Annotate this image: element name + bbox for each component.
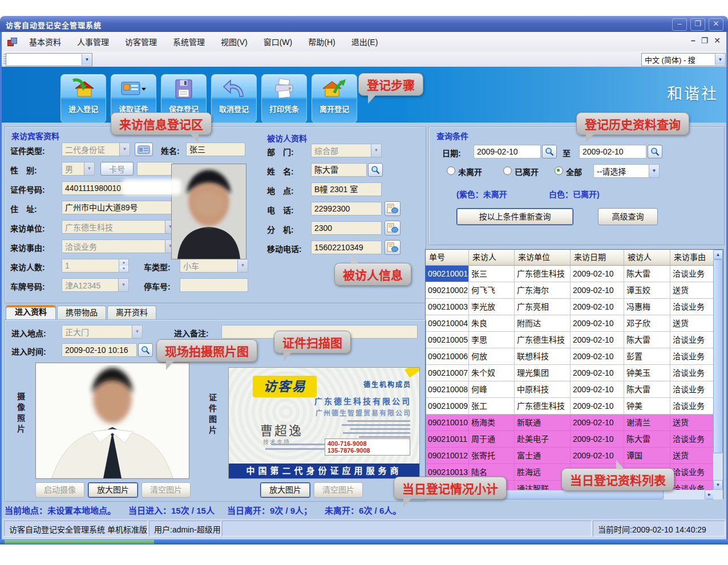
- table-header-cell[interactable]: 来访人: [469, 250, 515, 266]
- dial-ext-button[interactable]: [385, 221, 401, 235]
- radio-all-label: 全部: [566, 166, 582, 177]
- entry-place-select[interactable]: 正大门▼: [62, 325, 143, 339]
- card-no-input[interactable]: [137, 162, 173, 176]
- table-row[interactable]: 090210002何飞飞广东海尔2009-02-10谭玉姣送货: [426, 282, 714, 299]
- table-row[interactable]: 090210003李光放广东亮相2009-02-10冯惠梅洽谈业务: [426, 299, 714, 315]
- table-row[interactable]: 090210009张工广东德生科技2009-02-10钟美洽谈业务: [426, 398, 714, 414]
- tab-entry-info[interactable]: 进入资料: [6, 305, 56, 320]
- cancel-register-button[interactable]: 取消登记: [211, 74, 257, 123]
- entry-time-picker-button[interactable]: [138, 343, 153, 357]
- tab-carried-items[interactable]: 携带物品: [57, 306, 106, 320]
- entry-time-input[interactable]: 2009-02-10 10:16: [62, 343, 137, 357]
- gender-select[interactable]: 男▼: [62, 162, 95, 176]
- car-type-select[interactable]: 小车▼: [180, 259, 248, 273]
- visitor-name-label: 姓名:: [161, 145, 180, 156]
- menu-item-hr[interactable]: 人事管理: [69, 36, 117, 47]
- table-header-cell[interactable]: 来访事由: [670, 250, 714, 266]
- dept-select[interactable]: 综合部▼: [311, 144, 382, 157]
- enter-register-button[interactable]: 进入登记: [60, 74, 106, 123]
- date-from-input[interactable]: 2009-02-10: [474, 145, 541, 158]
- phone-input[interactable]: 22992300: [311, 202, 382, 216]
- menu-item-basic[interactable]: 基本资料: [21, 36, 69, 47]
- leave-register-button[interactable]: 离开登记: [312, 74, 357, 123]
- parking-input[interactable]: [180, 278, 248, 292]
- enlarge-card-image-button[interactable]: 放大图片: [260, 482, 310, 498]
- date-from-picker-button[interactable]: [542, 145, 557, 158]
- location-input[interactable]: B幢 2301 室: [311, 182, 382, 196]
- toolbar-strip: ▼ 中文 (简体) - 搜 ▼: [2, 51, 726, 67]
- vertical-scrollbar[interactable]: ▲ ▼: [713, 250, 723, 490]
- table-row[interactable]: 090210010杨海类新联通2009-02-10谢清兰送货: [426, 414, 714, 431]
- menu-item-exit[interactable]: 退出(E): [343, 36, 386, 47]
- table-cell: 2009-02-10: [571, 299, 624, 315]
- start-camera-button[interactable]: 启动摄像: [35, 482, 84, 498]
- mdi-close-button[interactable]: ✕: [714, 36, 721, 45]
- mdi-minimize-button[interactable]: –: [691, 36, 695, 45]
- table-row[interactable]: 090210007朱个奴理光集团2009-02-10钟美玉洽谈业务: [426, 365, 714, 381]
- menu-item-system[interactable]: 系统管理: [165, 36, 213, 47]
- table-cell: 张寄托: [469, 448, 515, 464]
- visitee-name-input[interactable]: 陈大雷: [311, 163, 367, 177]
- table-row[interactable]: 090210011周于通赴美电子2009-02-10陈大雷洽谈业务: [426, 431, 714, 448]
- chevron-down-icon: ▼: [237, 259, 248, 272]
- enter-house-icon: [61, 75, 106, 103]
- read-idcard-button[interactable]: [135, 143, 153, 156]
- visitee-search-button[interactable]: [368, 163, 383, 177]
- mdi-restore-button[interactable]: ❐: [701, 36, 709, 45]
- radio-not-left[interactable]: [447, 166, 455, 175]
- table-header-cell[interactable]: 来访单位: [515, 250, 571, 266]
- camera-photo: [35, 363, 189, 479]
- clear-camera-photo-button[interactable]: 清空图片: [141, 482, 191, 498]
- menu-item-view[interactable]: 视图(V): [213, 36, 256, 47]
- menu-item-window[interactable]: 窗口(W): [256, 36, 301, 47]
- notify-phone-icon: [387, 204, 398, 214]
- vertical-scroll-thumb[interactable]: [713, 259, 723, 453]
- print-slip-button[interactable]: 打印凭条: [261, 74, 307, 123]
- advanced-query-button[interactable]: 高级查询: [598, 208, 658, 225]
- table-header-cell[interactable]: 单号: [426, 250, 469, 266]
- table-row[interactable]: 090210006何放联想科技2009-02-10彭置洽谈业务: [426, 348, 714, 365]
- date-to-picker-button[interactable]: [648, 145, 662, 158]
- table-cell: 2009-02-10: [571, 381, 624, 398]
- radio-all[interactable]: [555, 166, 563, 175]
- minimize-button[interactable]: –: [672, 18, 687, 31]
- visitor-name-input[interactable]: 张三: [186, 143, 245, 156]
- notify-phone-icon: [387, 223, 398, 233]
- cert-type-select[interactable]: 二代身份证▼: [62, 143, 130, 156]
- ext-input[interactable]: 2300: [311, 221, 382, 235]
- address-input[interactable]: 广州市中山大道89号: [62, 201, 176, 214]
- table-row[interactable]: 090210004朱良附而达2009-02-10邓子欣送货: [426, 315, 714, 332]
- requery-button[interactable]: 按以上条件重新查询: [456, 208, 573, 225]
- scroll-down-icon[interactable]: ▼: [713, 480, 723, 490]
- radio-left[interactable]: [503, 166, 512, 175]
- table-row[interactable]: 090210008何峰中原科技2009-02-10陈大雷洽谈业务: [426, 381, 714, 398]
- scroll-up-icon[interactable]: ▲: [713, 250, 723, 259]
- table-cell: 钟美玉: [624, 365, 670, 381]
- close-button[interactable]: ✕: [709, 18, 723, 31]
- search-icon: [141, 345, 150, 355]
- dial-phone-button[interactable]: [385, 201, 401, 216]
- menu-item-visitor[interactable]: 访客管理: [117, 36, 165, 47]
- menu-item-help[interactable]: 帮助(H): [300, 36, 343, 47]
- clear-card-image-button[interactable]: 清空图片: [314, 482, 363, 498]
- table-header-cell[interactable]: 来访日期: [571, 250, 624, 266]
- people-count-stepper[interactable]: 1 ▲▼: [62, 259, 129, 273]
- date-to-input[interactable]: 2009-02-10: [579, 145, 646, 158]
- dial-mobile-button[interactable]: [385, 240, 401, 255]
- table-header-cell[interactable]: 被访人: [624, 250, 670, 266]
- table-row[interactable]: 090210012张寄托富士通2009-02-10谭国送货: [426, 448, 714, 464]
- language-select[interactable]: 中文 (简体) - 搜 ▼: [641, 53, 726, 66]
- mobile-input[interactable]: 15602210349: [311, 241, 382, 254]
- card-scan-image: 访客易 德生机构成员 广东德生科技有限公司 广州德生智盟贸易有限公司 曹超逸 技…: [228, 367, 420, 479]
- card-no-button[interactable]: 卡号: [100, 162, 134, 176]
- filter-select[interactable]: --请选择▼: [593, 164, 660, 178]
- table-row[interactable]: 090210005李思广东德生科技2009-02-10陈大雷洽谈业务: [426, 332, 714, 348]
- table-row[interactable]: 090210001张三广东德生科技2009-02-10陈大雷洽谈业务: [426, 266, 714, 282]
- visit-reason-select[interactable]: 洽谈业务▼: [62, 239, 176, 253]
- plate-select[interactable]: 津A12345▼: [62, 278, 129, 292]
- tab-leave-info[interactable]: 离开资料: [107, 306, 156, 320]
- restore-button[interactable]: ❐: [690, 18, 705, 31]
- enlarge-camera-photo-button[interactable]: 放大图片: [88, 482, 138, 498]
- quick-select-combo[interactable]: ▼: [6, 53, 92, 66]
- visit-company-select[interactable]: 广东德生科技▼: [62, 220, 176, 234]
